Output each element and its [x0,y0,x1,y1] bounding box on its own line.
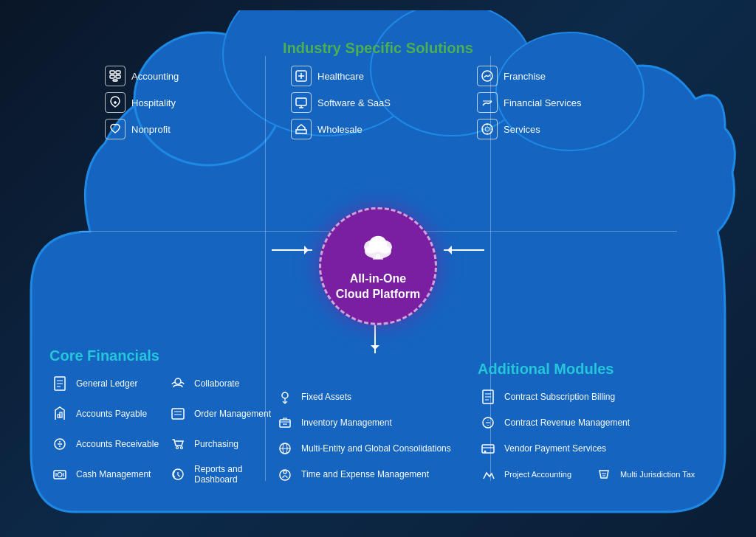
svg-point-31 [282,392,288,398]
jurisdiction-tax-icon [594,464,614,485]
industry-item-accounting: Accounting [105,66,279,86]
fixed-assets-icon [275,387,295,407]
reports-dashboard-icon [168,464,188,485]
contract-revenue-icon [478,412,498,433]
industry-item-software: Software & SaaS [291,92,465,113]
core-grid: General Ledger Collaborate Accounts Paya… [49,373,278,490]
svg-rect-8 [113,80,117,81]
svg-point-29 [58,473,62,477]
project-accounting-icon [478,464,498,485]
core-order-management: Order Management [168,403,278,424]
core-purchasing: Purchasing [168,434,278,454]
healthcare-icon [291,66,312,86]
svg-rect-23 [60,412,62,418]
svg-point-36 [284,471,286,474]
svg-point-40 [484,451,487,453]
svg-point-13 [485,127,489,131]
svg-point-12 [482,124,492,134]
svg-rect-24 [172,409,184,419]
software-icon [291,92,312,113]
industry-item-services: Services [477,119,651,139]
core-general-ledger: General Ledger [49,373,160,394]
industry-item-franchise: Franchise [477,66,651,86]
financial-icon [477,92,498,113]
industry-item-healthcare: Healthcare [291,66,465,86]
services-icon [477,119,498,139]
svg-point-26 [176,447,179,449]
center-inventory: Inventory Management [275,412,467,433]
additional-title: Additional Modules [478,361,707,378]
additional-contract-revenue: Contract Revenue Management [478,412,707,433]
vendor-payment-icon [478,438,498,459]
svg-rect-7 [116,75,120,78]
accounts-payable-icon [49,403,70,424]
nonprofit-icon [105,119,126,139]
franchise-icon [477,66,498,86]
cloud-platform-icon [360,231,396,267]
multientity-icon [275,438,295,459]
svg-point-35 [280,470,290,480]
additional-list: Contract Subscription Billing Contract R… [478,387,707,490]
order-management-icon [168,403,188,424]
hospitality-icon [105,92,126,113]
core-title: Core Financials [49,347,278,364]
additional-contract-billing: Contract Subscription Billing [478,387,707,407]
inventory-icon [275,412,295,433]
center-title: All-in-One Cloud Platform [336,271,421,302]
svg-rect-6 [110,75,114,78]
industry-grid: Accounting Healthcare Franchise [105,66,651,139]
core-accounts-receivable: Accounts Receivable [49,434,160,454]
time-expense-icon [275,464,295,485]
general-ledger-icon [49,373,70,394]
arrow-left [272,249,312,251]
svg-point-17 [369,236,387,252]
additional-jurisdiction-tax: Multi Jurisdiction Tax [594,464,707,485]
additional-vendor-payment: Vendor Payment Services [478,438,707,459]
accounting-icon [105,66,126,86]
contract-billing-icon [478,387,498,407]
svg-rect-39 [482,445,494,453]
core-cash-management: Cash Management [49,464,160,485]
industry-item-financial: Financial Services [477,92,651,113]
center-circle: All-in-One Cloud Platform [319,207,437,325]
industry-item-wholesale: Wholesale [291,119,465,139]
cash-management-icon [49,464,70,485]
svg-rect-5 [116,71,120,74]
additional-row4: Project Accounting Multi Jurisdiction Ta… [478,464,707,490]
core-reports-dashboard: Reports and Dashboard [168,464,278,485]
industry-item-nonprofit: Nonprofit [105,119,279,139]
svg-point-21 [175,378,181,384]
center-modules: Fixed Assets Inventory Management Multi-… [275,387,467,490]
additional-project-accounting: Project Accounting [478,464,591,485]
core-accounts-payable: Accounts Payable [49,403,160,424]
accounts-receivable-icon [49,434,70,454]
wholesale-icon [291,119,312,139]
purchasing-icon [168,434,188,454]
diagram-container: Industry Specific Solutions Accounting H… [16,10,740,527]
additional-section: Additional Modules Contract Subscription… [478,361,707,490]
center-fixed-assets: Fixed Assets [275,387,467,407]
svg-rect-4 [110,71,114,74]
industry-section: Industry Specific Solutions Accounting H… [105,40,651,139]
industry-item-hospitality: Hospitality [105,92,279,113]
svg-rect-19 [373,257,383,260]
industry-title: Industry Specific Solutions [105,40,651,57]
arrow-right [444,249,484,251]
center-time-expense: Time and Expense Management [275,464,467,485]
collaborate-icon [168,373,188,394]
core-collaborate: Collaborate [168,373,278,394]
svg-point-27 [181,447,183,449]
svg-rect-32 [280,420,290,427]
svg-rect-11 [296,98,306,105]
center-multientity: Multi-Entity and Global Consolidations [275,438,467,459]
core-section: Core Financials General Ledger Collabora… [49,347,278,490]
